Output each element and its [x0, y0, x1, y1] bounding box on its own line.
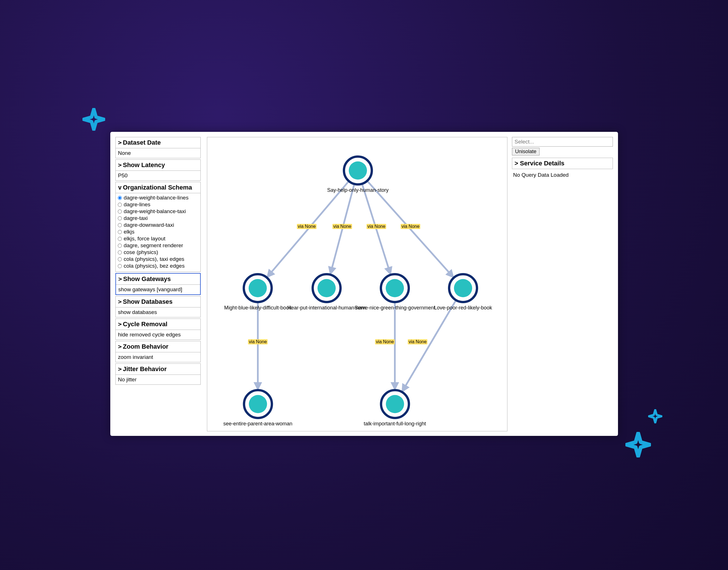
radio-input[interactable]	[118, 237, 122, 241]
node-label: see-entire-parent-area-woman	[223, 421, 292, 427]
chevron-right-icon: >	[118, 275, 122, 282]
sidebar-right: Unisolate > Service Details No Query Dat…	[512, 137, 613, 181]
radio-input[interactable]	[118, 244, 122, 248]
graph-node[interactable]: see-entire-parent-area-woman	[223, 389, 292, 427]
node-label: Say-help-only-human-story	[327, 187, 389, 193]
service-details-panel: > Service Details	[512, 158, 613, 169]
graph-node[interactable]: talk-important-full-long-right	[363, 389, 426, 427]
panel-value-show_latency[interactable]: P50	[116, 171, 200, 181]
panel-value-show_gateways[interactable]: show gateways [vanguard]	[116, 284, 200, 294]
chevron-down-icon: v	[118, 184, 122, 191]
panel-value-zoom_behavior[interactable]: zoom invariant	[116, 352, 200, 362]
panel-header-cycle_removal[interactable]: >Cycle Removal	[116, 319, 200, 330]
radio-option-cola-bez[interactable]: cola (physics), bez edges	[118, 263, 198, 269]
panel-title: Show Latency	[123, 162, 165, 169]
service-select-input[interactable]	[512, 137, 613, 147]
panel-zoom_behavior: >Zoom Behaviorzoom invariant	[115, 341, 201, 362]
radio-input[interactable]	[118, 223, 122, 227]
edge-label: via None	[408, 339, 427, 344]
node-label: Serve-nice-green-thing-government	[354, 305, 435, 311]
graph-node[interactable]: Love-poor-red-likely-book	[434, 273, 492, 311]
chevron-right-icon: >	[118, 320, 122, 328]
radio-option-dagre-segment[interactable]: dagre, segment renderer	[118, 242, 198, 249]
graph-node[interactable]: Say-help-only-human-story	[327, 156, 389, 193]
chevron-right-icon: >	[118, 298, 122, 305]
panel-header-show_databases[interactable]: >Show Databases	[116, 296, 200, 307]
radio-input[interactable]	[118, 216, 122, 220]
panel-value-cycle_removal[interactable]: hide removed cycle edges	[116, 330, 200, 339]
chevron-right-icon: >	[118, 162, 122, 169]
radio-option-dagre-weight-balance-taxi[interactable]: dagre-weight-balance-taxi	[118, 208, 198, 215]
node-circle-icon	[311, 273, 342, 303]
graph-node[interactable]: Hear-put-international-human-nam	[287, 273, 366, 311]
panel-header-jitter_behavior[interactable]: >Jitter Behavior	[116, 364, 200, 374]
panel-value-dataset_date[interactable]: None	[116, 148, 200, 158]
panel-value-show_databases[interactable]: show databases	[116, 307, 200, 317]
graph-edge	[362, 185, 390, 274]
node-inner	[386, 395, 404, 413]
edge-label: via None	[332, 224, 352, 229]
panel-header-show_latency[interactable]: >Show Latency	[116, 160, 200, 171]
node-label: talk-important-full-long-right	[363, 421, 426, 427]
chevron-right-icon: >	[514, 160, 518, 167]
panel-header-zoom_behavior[interactable]: >Zoom Behavior	[116, 341, 200, 352]
panel-header-show_gateways[interactable]: >Show Gateways	[116, 274, 200, 284]
radio-option-cola-taxi[interactable]: cola (physics), taxi edges	[118, 256, 198, 263]
panel-cycle_removal: >Cycle Removalhide removed cycle edges	[115, 318, 201, 340]
radio-input[interactable]	[118, 196, 122, 200]
panel-show_gateways: >Show Gatewaysshow gateways [vanguard]	[115, 273, 201, 295]
sparkle-icon	[82, 108, 105, 131]
node-circle-icon	[448, 273, 478, 303]
panel-jitter_behavior: >Jitter BehaviorNo jitter	[115, 363, 201, 385]
radio-label: elkjs, force layout	[124, 236, 166, 242]
radio-option-dagre-lines[interactable]: dagre-lines	[118, 201, 198, 208]
sparkle-icon	[626, 432, 651, 458]
radio-label: dagre-weight-balance-taxi	[124, 208, 186, 215]
panel-title: Show Gateways	[123, 275, 171, 282]
radio-input[interactable]	[118, 257, 122, 261]
radio-option-dagre-weight-balance-lines[interactable]: dagre-weight-balance-lines	[118, 194, 198, 201]
node-circle-icon	[243, 389, 273, 419]
panel-header-org_schema[interactable]: vOrganizational Schema	[116, 182, 200, 193]
graph-node[interactable]: Might-blue-likely-difficult-book	[224, 273, 292, 311]
panel-header-dataset_date[interactable]: >Dataset Date	[116, 137, 200, 148]
service-details-header[interactable]: > Service Details	[512, 158, 613, 169]
panel-title: Zoom Behavior	[123, 343, 168, 350]
radio-label: cose (physics)	[124, 249, 158, 255]
panel-show_latency: >Show LatencyP50	[115, 160, 201, 181]
node-inner	[454, 279, 472, 297]
chevron-right-icon: >	[118, 343, 122, 350]
radio-input[interactable]	[118, 210, 122, 213]
radio-label: elkjs	[124, 229, 135, 235]
node-inner	[386, 279, 404, 297]
panel-title: Jitter Behavior	[123, 365, 167, 372]
radio-input[interactable]	[118, 264, 122, 268]
panel-value-jitter_behavior[interactable]: No jitter	[116, 374, 200, 384]
graph-canvas[interactable]: Say-help-only-human-storyMight-blue-like…	[207, 137, 507, 431]
radio-label: dagre-weight-balance-lines	[124, 195, 189, 201]
node-label: Hear-put-international-human-nam	[287, 305, 366, 311]
panel-title: Cycle Removal	[123, 320, 168, 328]
unisolate-button[interactable]: Unisolate	[512, 148, 539, 156]
edge-label: via None	[367, 224, 386, 229]
radio-label: cola (physics), taxi edges	[124, 256, 184, 262]
radio-option-cose[interactable]: cose (physics)	[118, 249, 198, 256]
radio-option-elkjs-force[interactable]: elkjs, force layout	[118, 235, 198, 242]
radio-input[interactable]	[118, 250, 122, 254]
graph-edge	[403, 301, 455, 391]
node-label: Might-blue-likely-difficult-book	[224, 305, 292, 311]
panel-title: Show Databases	[123, 298, 173, 305]
radio-option-elkjs[interactable]: elkjs	[118, 229, 198, 235]
node-circle-icon	[380, 389, 410, 419]
edge-label: via None	[297, 224, 316, 229]
node-label: Love-poor-red-likely-book	[434, 305, 492, 311]
panel-title: Organizational Schema	[123, 184, 192, 191]
node-inner	[249, 395, 267, 413]
radio-input[interactable]	[118, 230, 122, 234]
main-card: >Dataset DateNone>Show LatencyP50vOrgani…	[110, 132, 618, 436]
graph-node[interactable]: Serve-nice-green-thing-government	[354, 273, 435, 311]
radio-option-dagre-downward-taxi[interactable]: dagre-downward-taxi	[118, 222, 198, 229]
radio-label: dagre-lines	[124, 202, 151, 208]
radio-input[interactable]	[118, 203, 122, 207]
radio-option-dagre-taxi[interactable]: dagre-taxi	[118, 215, 198, 222]
